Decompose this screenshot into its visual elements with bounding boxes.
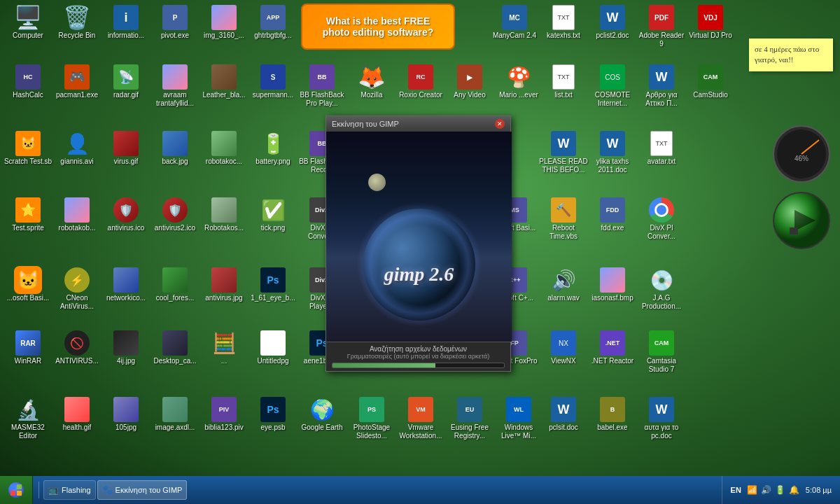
desktop-icon-tick-png[interactable]: ✅ tick.png	[248, 196, 298, 232]
desktop-icon-health-gif[interactable]: health.gif	[52, 396, 102, 432]
desktop-icon-networkico[interactable]: networkico...	[102, 266, 150, 302]
desktop-icon-pclist2[interactable]: W pclist2.doc	[588, 4, 637, 40]
desktop-icon-leather[interactable]: Leather_bla...	[200, 63, 248, 99]
desktop-icon-biblia123[interactable]: PIV biblia123.piv	[200, 396, 248, 432]
gimp-moon	[368, 174, 386, 191]
system-clock: 5:08 µµ	[803, 486, 834, 494]
desktop-icon-cool-forest[interactable]: cool_fores...	[150, 266, 200, 302]
language-indicator: EN	[728, 486, 744, 494]
desktop-icon-mario[interactable]: 🍄 Mario ...ever	[494, 63, 543, 99]
desktop-icon-radar[interactable]: 📡 radar.gif	[102, 63, 150, 99]
desktop-icon-4ijpg[interactable]: 4ij.jpg	[102, 329, 150, 365]
desktop-icon-desktop-cam[interactable]: Desktop_ca...	[150, 329, 200, 365]
desktop-icon-babel-exe[interactable]: B babel.exe	[588, 396, 637, 432]
desktop-icon-robotakoc[interactable]: robotakoc...	[200, 130, 248, 166]
desktop-icon-avraam[interactable]: avraam trantafyllid...	[150, 63, 200, 108]
desktop-icon-virus-gif[interactable]: virus.gif	[102, 130, 150, 166]
desktop-icon-untitled-jpg[interactable]: Untitledpg	[248, 329, 298, 365]
desktop-icon-antivirus-ico[interactable]: 🛡️ antivirus.ico	[102, 196, 150, 232]
desktop-icon-cneon[interactable]: ⚡ CNeon AntiVirus...	[52, 266, 102, 311]
tray-icon-network[interactable]: 📶	[747, 484, 758, 496]
desktop-icon-please-read[interactable]: W PLEASE READ THIS BEFO...	[539, 130, 588, 174]
desktop-icon-alarm-wav[interactable]: 🔊 alarm.wav	[539, 266, 588, 302]
desktop-icon-giannis-avi[interactable]: 👤 giannis.avi	[52, 130, 102, 166]
desktop-icon-jag-prod[interactable]: 💿 J.A.G Production...	[637, 266, 686, 311]
svg-text:46%: 46%	[794, 155, 808, 162]
desktop-icon-image-axdl[interactable]: image.axdl...	[150, 396, 200, 432]
desktop-icon-recycle-bin[interactable]: 🗑️ Recycle Bin	[52, 4, 102, 40]
desktop-icon-auta-gia-to[interactable]: W αυτα για το pc.doc	[637, 396, 686, 440]
desktop-icon-superman[interactable]: S supermann...	[248, 63, 298, 99]
desktop-icon-avatar-txt[interactable]: TXT avatar.txt	[637, 130, 686, 166]
svg-rect-7	[10, 484, 15, 489]
desktop-icon-arthro[interactable]: W Αρθρο για Αττικο Π...	[637, 63, 686, 108]
desktop-icon-fdd-exe[interactable]: FDD fdd.exe	[588, 196, 637, 232]
desktop-icon-antivirus2-ico[interactable]: 🛡️ antivirus2.ico	[150, 196, 200, 232]
desktop-icon-img3160[interactable]: img_3160_...	[200, 4, 248, 40]
ad-popup[interactable]: What is the best FREE photo editing soft…	[301, 4, 455, 50]
taskbar-item-gimp[interactable]: 🐾 Εκκίνηση του GIMP	[97, 480, 188, 500]
desktop-icon-manycam[interactable]: MC ManyCam 2.4	[490, 4, 539, 40]
gimp-splash-image: gimp 2.6	[326, 132, 512, 342]
desktop-icon-ghtrbgtbfg[interactable]: APP ghtrbgtbfg...	[248, 4, 298, 40]
tray-icon-battery[interactable]: 🔋	[775, 484, 786, 496]
gimp-titlebar-buttons: ✕	[495, 119, 505, 129]
desktop-icon-eusing[interactable]: EU Eusing Free Registry...	[445, 396, 494, 440]
desktop-icon-mozilla[interactable]: 🦊 Mozilla	[347, 63, 396, 99]
desktop-icon-battery-png[interactable]: 🔋 battery.png	[248, 130, 298, 166]
desktop-icon-eye-psb[interactable]: Ps eye.psb	[248, 396, 298, 432]
gimp-status-text: Αναζήτηση αρχείων δεδομένων	[332, 345, 505, 353]
desktop-icon-hashcalc[interactable]: HC HashCalc	[4, 63, 52, 99]
desktop-icon-cosmote[interactable]: COS COSMOTE Internet...	[588, 63, 637, 108]
desktop-icon-bb-flashback[interactable]: BB BB FlashBack Pro Play...	[298, 63, 346, 108]
desktop: 🖥️ Computer 🗑️ Recycle Bin i informatio.…	[0, 0, 840, 476]
desktop-icon-adobe-reader[interactable]: PDF Adobe Reader 9	[637, 4, 686, 48]
tray-icon-notifications[interactable]: 🔔	[789, 484, 800, 496]
desktop-icon-reboot-time[interactable]: 🔨 Reboot Time.vbs	[539, 196, 588, 241]
desktop-icon-camstudio[interactable]: CAM CamStudio	[686, 63, 735, 99]
desktop-icon-eye-b[interactable]: Ps 1_61_eye_b...	[248, 266, 298, 302]
desktop-icon-katexhs[interactable]: TXT katexhs.txt	[539, 4, 588, 40]
desktop-icon-vmware[interactable]: VM Vmware Workstation...	[396, 396, 445, 440]
desktop-icon-camtasia[interactable]: CAM Camtasia Studio 7	[637, 329, 686, 374]
start-button[interactable]	[0, 476, 33, 504]
gimp-status-subtext: Γραμματοσειρές (αυτό μπορεί να διαρκέσει…	[332, 353, 505, 360]
desktop-icon-iasonasf-bmp[interactable]: iasonasf.bmp	[588, 266, 637, 302]
desktop-icon-viewnx[interactable]: NX ViewNX	[539, 329, 588, 365]
desktop-icon-computer[interactable]: 🖥️ Computer	[4, 4, 52, 40]
sticky-note: σε 4 ημέρες πάω στο γιατρό, ναι!!	[749, 38, 833, 71]
desktop-icon-back-jpg[interactable]: back.jpg	[150, 130, 200, 166]
gimp-titlebar: Εκκίνηση του GIMP ✕	[326, 116, 510, 132]
desktop-icon-calculator[interactable]: 🧮 ...	[200, 329, 248, 365]
desktop-icon-105-jpg[interactable]: 105jpg	[102, 396, 150, 432]
desktop-icon-photostage[interactable]: PS PhotoStage Slidesto...	[347, 396, 396, 440]
desktop-icon-google-earth[interactable]: 🌍 Google Earth	[298, 396, 346, 432]
desktop-icon-pivot[interactable]: P pivot.exe	[150, 4, 200, 40]
desktop-icon-antivirus-jpg[interactable]: antivirus.jpg	[200, 266, 248, 302]
desktop-icon-roxio[interactable]: RC Roxio Creator	[396, 63, 445, 99]
desktop-icon-scratch-cat[interactable]: 🐱 ...osoft Basi...	[4, 266, 52, 302]
desktop-icon-robotakob[interactable]: robotakob...	[52, 196, 102, 232]
desktop-icon-net-reactor[interactable]: .NET .NET Reactor	[588, 329, 637, 365]
desktop-icon-winrar[interactable]: RAR WinRAR	[4, 329, 52, 365]
desktop-icon-google-chrome[interactable]: DivX Pl Conver...	[637, 196, 686, 241]
taskbar: 📺 Flashing 🐾 Εκκίνηση του GIMP EN 📶 🔊 🔋 …	[0, 476, 840, 504]
desktop-icon-list-txt[interactable]: TXT list.txt	[539, 63, 588, 99]
desktop-icon-robotakos2[interactable]: Robotakos...	[200, 196, 248, 232]
taskbar-item-flashing[interactable]: 📺 Flashing	[43, 480, 96, 500]
desktop-icon-test-sprite[interactable]: ⭐ Test.sprite	[4, 196, 52, 232]
gimp-close-button[interactable]: ✕	[495, 119, 505, 129]
desktop-icon-windows-live[interactable]: WL Windows Live™ Mi...	[494, 396, 543, 440]
desktop-icon-masme32[interactable]: 🔬 MASME32 Editor	[4, 396, 52, 440]
desktop-icon-scratch-test[interactable]: 🐱 Scratch Test.sb	[4, 130, 52, 166]
desktop-icon-virtual-dj[interactable]: VDJ Virtual DJ Pro	[686, 4, 735, 40]
system-tray: EN 📶 🔊 🔋 🔔 5:08 µµ	[722, 476, 840, 504]
desktop-icon-pacman[interactable]: 🎮 pacman1.exe	[52, 63, 102, 99]
desktop-icon-informatio[interactable]: i informatio...	[102, 4, 150, 40]
desktop-icon-ylika-taxhs[interactable]: W ylika taxhs 2011.doc	[588, 130, 637, 174]
desktop-icon-antivirus-app[interactable]: 🚫 ANTIVIRUS...	[52, 329, 102, 365]
desktop-icon-pclsit[interactable]: W pclsit.doc	[539, 396, 588, 432]
gimp-splash-window[interactable]: Εκκίνηση του GIMP ✕ gimp 2.6 Αναζήτηση α…	[326, 115, 511, 372]
desktop-icon-any-video[interactable]: ▶ Any Video	[445, 63, 494, 99]
tray-icon-volume[interactable]: 🔊	[761, 484, 772, 496]
